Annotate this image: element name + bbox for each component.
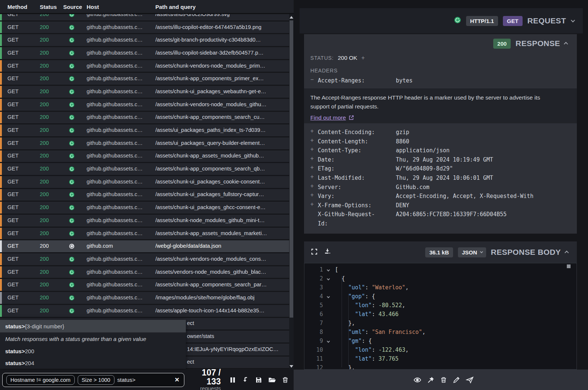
editor-scrollbar-thumb[interactable]: [567, 264, 571, 268]
fold-toggle-icon[interactable]: [323, 337, 333, 345]
table-row[interactable]: GET200github.githubassets.c…/assets/chun…: [0, 202, 289, 215]
filter-chip[interactable]: Size > 1000: [78, 375, 114, 385]
save-har-button[interactable]: [255, 376, 262, 384]
table-row[interactable]: GET200github.githubassets.c…/images/modu…: [0, 292, 289, 305]
column-header-status[interactable]: Status: [40, 4, 57, 10]
table-row[interactable]: GET200github.githubassets.c…/assets/chun…: [0, 228, 289, 241]
json-body-editor[interactable]: 1[2{3"uol": "Waterloo",4"gop": {5"lon": …: [304, 263, 577, 370]
expand-header-icon[interactable]: +: [310, 155, 318, 165]
code-lines: 1[2{3"uol": "Waterloo",4"gop": {5"lon": …: [304, 265, 576, 370]
edit-pencil-icon[interactable]: [453, 376, 460, 384]
expand-body-icon[interactable]: [311, 248, 318, 257]
table-row[interactable]: GET200github.githubassets.c…/assets/chun…: [0, 189, 289, 202]
table-row[interactable]: GET200github.githubassets.c…/assets/git-…: [0, 34, 289, 47]
status-info-icon[interactable]: +: [361, 55, 365, 61]
delete-icon[interactable]: [440, 376, 447, 384]
table-row[interactable]: GET200github.githubassets.c…/assets/ui_p…: [0, 137, 289, 150]
table-row[interactable]: GET200github.com/webgl-globe/data/data.j…: [0, 240, 289, 253]
scrollbar-thumb[interactable]: [290, 20, 293, 318]
response-section-header[interactable]: 200 RESPONSE: [493, 34, 568, 53]
open-har-button[interactable]: [268, 376, 276, 384]
table-row[interactable]: GET200github.githubassets.c…/assets/appl…: [0, 305, 289, 318]
column-header-path[interactable]: Path and query: [155, 4, 196, 10]
table-row[interactable]: GET200github.githubassets.c…/assets/chun…: [0, 150, 289, 163]
table-row[interactable]: GET200github.githubassets.c…/assets/chun…: [0, 176, 289, 189]
table-row[interactable]: GET200github.githubassets.c…/assets/vend…: [0, 266, 289, 279]
autocomplete-item[interactable]: status>204: [0, 357, 186, 369]
jump-to-end-button[interactable]: [242, 376, 249, 384]
column-header-source[interactable]: Source: [63, 4, 82, 10]
table-row[interactable]: GET200github.githubassets.c…/assets/illu…: [0, 22, 289, 35]
json-token: :: [372, 311, 378, 318]
external-link-icon: [348, 115, 354, 121]
path-cell: /assets/chunk-ui_packages_cookie-consent…: [155, 179, 286, 185]
response-body-header[interactable]: 36.1 kB JSON RESPONSE BODY: [304, 241, 577, 263]
status-cell: 200: [40, 217, 49, 223]
chevron-up-icon[interactable]: [565, 251, 569, 255]
autocomplete-item[interactable]: status>200: [0, 345, 186, 357]
filter-input-box[interactable]: Hostname != google.comSize > 1000 status…: [2, 373, 184, 387]
download-body-icon[interactable]: [324, 248, 331, 257]
table-row[interactable]: GET200github.githubassets.c…/assets/chun…: [0, 253, 289, 266]
json-token: {: [342, 275, 345, 282]
scroll-down-icon[interactable]: [290, 365, 293, 368]
line-content: },: [335, 363, 355, 370]
expand-header-icon[interactable]: +: [310, 137, 318, 146]
response-header-row: +Date:Thu, 29 Aug 2024 10:19:49 GMT: [310, 155, 572, 165]
pin-icon[interactable]: [427, 376, 434, 384]
path-cell: /assets/vendors-node_modules_github_blac…: [155, 269, 286, 274]
fold-toggle-icon[interactable]: [323, 265, 333, 274]
table-row[interactable]: GET200github.githubassets.c…/assets/chun…: [0, 99, 289, 112]
line-gutter: 6: [304, 310, 335, 319]
host-cell: github.githubassets.c…: [87, 269, 151, 274]
path-cell: /assets/chunk-app_components_search_qb…: [155, 166, 286, 172]
request-section-header[interactable]: HTTP/1.1 GET REQUEST: [300, 8, 583, 33]
chevron-up-icon[interactable]: [564, 42, 568, 46]
table-row[interactable]: GET200github.githubassets.c…/assets/chun…: [0, 279, 289, 292]
table-row[interactable]: GET200github.githubassets.c…/assets/chun…: [0, 73, 289, 86]
scroll-up-icon[interactable]: [290, 16, 293, 19]
row-status-indicator: [0, 163, 2, 175]
clear-filters-button[interactable]: ✕: [175, 376, 180, 383]
header-row-accept-ranges: − Accept-Ranges: bytes: [310, 76, 572, 85]
fold-toggle-icon[interactable]: [323, 292, 333, 301]
table-row[interactable]: GET200github.githubassets.c…/assets/teld…: [0, 14, 289, 22]
line-number: 2: [304, 274, 323, 283]
json-token: "lon": [355, 347, 372, 353]
clear-all-button[interactable]: [282, 376, 289, 384]
column-header-method[interactable]: Method: [7, 4, 27, 10]
body-format-select[interactable]: JSON: [458, 247, 486, 257]
filter-text-input[interactable]: status>: [117, 377, 136, 383]
column-header-host[interactable]: Host: [87, 4, 99, 10]
fold-toggle-icon: [323, 310, 333, 319]
json-token: -80.522: [378, 302, 402, 309]
request-list-scrollbar[interactable]: [289, 14, 294, 370]
autocomplete-item[interactable]: status>{3-digit number}: [0, 320, 186, 332]
json-token: "lat": [355, 355, 372, 362]
expand-header-icon[interactable]: +: [310, 201, 318, 210]
path-cell: /assets/chunk-ui_packages_ghcc-consent-e…: [155, 204, 286, 210]
table-row[interactable]: GET200github.githubassets.c…/assets/chun…: [0, 60, 289, 73]
table-row[interactable]: GET200github.githubassets.c…/assets/illu…: [0, 47, 289, 60]
send-icon[interactable]: [466, 376, 474, 384]
expand-header-icon[interactable]: +: [310, 146, 318, 155]
view-eye-icon[interactable]: [413, 376, 421, 384]
expand-header-icon[interactable]: +: [310, 128, 318, 137]
line-content: },: [335, 319, 355, 328]
pause-interception-button[interactable]: [229, 376, 236, 384]
table-row[interactable]: GET200github.githubassets.c…/assets/chun…: [0, 215, 289, 228]
host-cell: github.githubassets.c…: [87, 295, 151, 300]
table-row[interactable]: GET200github.githubassets.c…/assets/chun…: [0, 163, 289, 176]
chevron-down-icon[interactable]: [571, 18, 575, 22]
collapse-header-icon[interactable]: −: [310, 76, 318, 85]
filter-chip[interactable]: Hostname != google.com: [6, 375, 75, 385]
table-row[interactable]: GET200github.githubassets.c…/assets/chun…: [0, 86, 289, 99]
fold-toggle-icon[interactable]: [323, 274, 333, 283]
table-row[interactable]: GET200github.githubassets.c…/assets/ui_p…: [0, 124, 289, 137]
expand-header-icon[interactable]: +: [310, 164, 318, 173]
find-out-more-link[interactable]: Find out more: [310, 114, 354, 121]
expand-header-icon[interactable]: +: [310, 183, 318, 192]
table-row[interactable]: GET200github.githubassets.c…/assets/chun…: [0, 112, 289, 125]
expand-header-icon[interactable]: +: [310, 192, 318, 201]
expand-header-icon[interactable]: +: [310, 173, 318, 183]
